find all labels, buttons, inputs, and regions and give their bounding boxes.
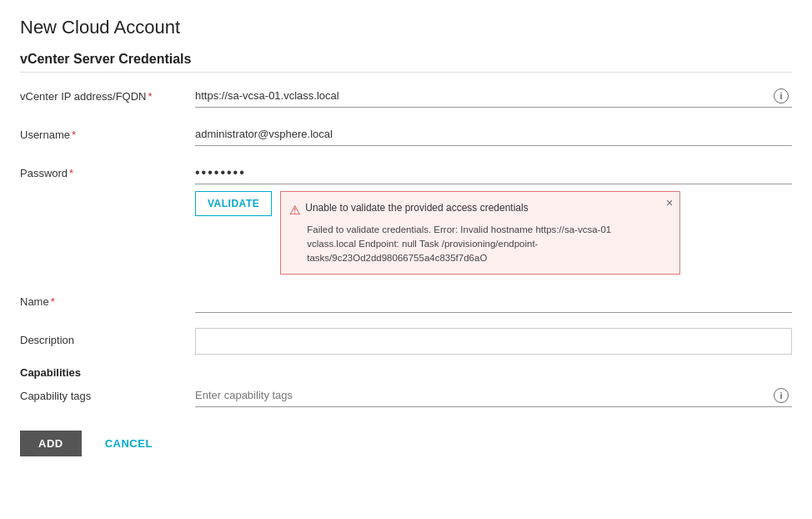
capabilities-title: Capabilities: [20, 366, 792, 379]
add-button[interactable]: ADD: [20, 431, 82, 456]
footer-buttons: ADD CANCEL: [20, 431, 792, 456]
error-close-button[interactable]: ×: [666, 197, 673, 209]
password-field: •••••••• VALIDATE ⚠ Unable to validate t…: [195, 161, 792, 275]
capability-tags-row: Capability tags i: [20, 384, 792, 411]
page-title: New Cloud Account: [20, 17, 792, 38]
name-row: Name*: [20, 290, 792, 316]
username-input[interactable]: [195, 123, 792, 146]
vcenter-label: vCenter IP address/FQDN*: [20, 84, 195, 104]
description-row: Description: [20, 328, 792, 355]
password-dots: ••••••••: [195, 161, 792, 184]
name-input[interactable]: [195, 290, 792, 313]
vcenter-row: vCenter IP address/FQDN* i: [20, 84, 792, 111]
description-input[interactable]: [195, 328, 792, 355]
validate-button[interactable]: VALIDATE: [195, 191, 272, 216]
error-title: Unable to validate the provided access c…: [305, 200, 529, 215]
password-row: Password* •••••••• VALIDATE ⚠ Unable to …: [20, 161, 792, 275]
cancel-button[interactable]: CANCEL: [92, 431, 166, 456]
password-label: Password*: [20, 161, 195, 181]
capability-tags-input[interactable]: [195, 384, 792, 407]
username-required: *: [72, 128, 76, 141]
description-label: Description: [20, 328, 195, 348]
error-message: Failed to validate credentials. Error: I…: [289, 223, 654, 266]
error-header: ⚠ Unable to validate the provided access…: [289, 200, 654, 220]
name-label: Name*: [20, 290, 195, 310]
validate-row: VALIDATE ⚠ Unable to validate the provid…: [195, 191, 792, 275]
capability-tags-field: i: [195, 384, 792, 407]
vcenter-required: *: [148, 90, 152, 103]
vcenter-field: i: [195, 84, 792, 108]
error-warning-icon: ⚠: [289, 201, 300, 220]
capability-info-icon[interactable]: i: [774, 388, 789, 403]
name-required: *: [51, 295, 55, 308]
error-box: ⚠ Unable to validate the provided access…: [280, 191, 680, 275]
password-required: *: [69, 167, 73, 179]
username-field: [195, 123, 792, 146]
name-field: [195, 290, 792, 313]
username-label: Username*: [20, 123, 195, 143]
capabilities-section: Capabilities Capability tags i: [20, 366, 792, 411]
username-row: Username*: [20, 123, 792, 149]
section-credentials-title: vCenter Server Credentials: [20, 52, 792, 73]
vcenter-input[interactable]: [195, 84, 792, 108]
vcenter-info-icon[interactable]: i: [774, 88, 789, 103]
capability-tags-label: Capability tags: [20, 384, 195, 404]
description-field: [195, 328, 792, 355]
